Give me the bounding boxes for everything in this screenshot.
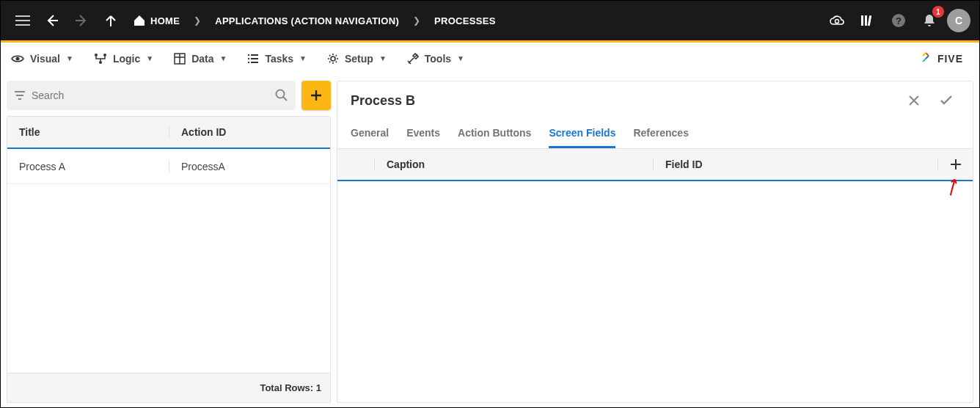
tools-icon	[407, 53, 419, 65]
logo-text: FIVE	[937, 53, 963, 65]
breadcrumb-applications-label: APPLICATIONS (ACTION NAVIGATION)	[215, 15, 399, 26]
brand-logo: FIVE	[918, 51, 969, 66]
logo-icon	[918, 51, 933, 66]
fields-grid-body	[337, 181, 973, 402]
tabs: General Events Action Buttons Screen Fie…	[337, 120, 973, 149]
svg-point-7	[95, 54, 98, 57]
toolbar-tasks-label: Tasks	[265, 53, 293, 65]
page-title: Process B	[351, 93, 415, 109]
col-caption-label: Caption	[387, 159, 425, 170]
help-icon[interactable]: ?	[885, 7, 912, 34]
tab-action-buttons[interactable]: Action Buttons	[458, 127, 531, 148]
search-input[interactable]	[32, 90, 275, 101]
tab-screen-fields[interactable]: Screen Fields	[549, 127, 615, 148]
col-actionid-label: Action ID	[181, 126, 226, 138]
table-icon	[174, 53, 186, 65]
library-icon[interactable]	[855, 7, 881, 34]
toolbar-logic[interactable]: Logic▼	[94, 53, 153, 65]
toolbar-data[interactable]: Data▼	[174, 53, 227, 65]
breadcrumb-applications[interactable]: APPLICATIONS (ACTION NAVIGATION)	[209, 15, 405, 26]
toolbar-data-label: Data	[191, 53, 213, 65]
toolbar-setup-label: Setup	[345, 53, 373, 65]
home-label: HOME	[150, 15, 180, 26]
toolbar-visual-label: Visual	[30, 53, 60, 65]
plus-icon	[310, 89, 323, 102]
breadcrumb-processes[interactable]: PROCESSES	[428, 15, 502, 26]
toolbar-setup[interactable]: Setup▼	[327, 53, 387, 65]
col-actionid[interactable]: Action ID	[169, 126, 330, 138]
add-field-button[interactable]	[950, 159, 962, 170]
close-icon	[908, 95, 920, 106]
forward-icon[interactable]	[68, 7, 95, 34]
grid-footer: Total Rows: 1	[7, 373, 330, 402]
confirm-button[interactable]	[933, 87, 959, 114]
detail-header: Process B	[337, 81, 973, 120]
svg-point-12	[277, 90, 285, 98]
toolbar-logic-label: Logic	[113, 53, 140, 65]
svg-point-8	[103, 54, 106, 57]
col-add	[937, 159, 973, 170]
fields-grid-header: Caption Field ID	[337, 149, 973, 181]
svg-rect-1	[861, 15, 863, 26]
cell-title: Process A	[7, 161, 169, 172]
toolbar-tasks[interactable]: Tasks▼	[247, 53, 307, 65]
chevron-sep-icon: ❯	[408, 15, 425, 26]
notification-icon[interactable]: 1	[916, 7, 943, 34]
topbar: HOME ❯ APPLICATIONS (ACTION NAVIGATION) …	[1, 1, 979, 40]
process-grid: Title Action ID Process A ProcessA Total…	[7, 116, 331, 403]
col-title-label: Title	[19, 126, 40, 138]
check-icon	[940, 95, 953, 106]
tab-general[interactable]: General	[351, 127, 389, 148]
svg-point-0	[835, 20, 839, 23]
search-icon[interactable]	[275, 89, 288, 102]
svg-point-11	[331, 57, 335, 61]
filter-icon[interactable]	[14, 91, 26, 100]
notification-badge: 1	[932, 6, 944, 18]
topbar-right: ? 1 C	[824, 7, 970, 34]
svg-rect-2	[865, 15, 867, 26]
cell-actionid: ProcessA	[169, 161, 330, 172]
chevron-down-icon: ▼	[299, 54, 307, 62]
chevron-down-icon: ▼	[220, 54, 227, 62]
chevron-down-icon: ▼	[379, 54, 387, 62]
left-panel: Title Action ID Process A ProcessA Total…	[7, 81, 331, 403]
svg-point-6	[16, 57, 20, 60]
close-button[interactable]	[901, 87, 927, 114]
toolbar-visual[interactable]: Visual▼	[11, 53, 73, 65]
breadcrumb-processes-label: PROCESSES	[434, 15, 496, 26]
toolbar-tools-label: Tools	[425, 53, 451, 65]
tab-events[interactable]: Events	[406, 127, 440, 148]
add-button[interactable]	[301, 81, 331, 110]
cloud-icon[interactable]	[824, 7, 850, 34]
tab-references[interactable]: References	[633, 127, 689, 148]
breadcrumb-home[interactable]: HOME	[127, 15, 186, 26]
detail-header-actions	[901, 87, 959, 114]
col-title[interactable]: Title	[7, 126, 169, 138]
home-icon	[133, 15, 146, 26]
grid-body: Process A ProcessA	[7, 149, 330, 373]
search-row	[7, 81, 331, 110]
table-row[interactable]: Process A ProcessA	[7, 149, 330, 184]
logic-icon	[94, 53, 107, 65]
up-icon[interactable]	[98, 7, 124, 34]
col-caption[interactable]: Caption	[374, 159, 653, 170]
chevron-down-icon: ▼	[457, 54, 464, 62]
topbar-left: HOME ❯ APPLICATIONS (ACTION NAVIGATION) …	[10, 7, 502, 34]
eye-icon	[11, 54, 24, 63]
chevron-sep-icon: ❯	[189, 15, 206, 26]
svg-point-9	[99, 61, 102, 64]
back-icon[interactable]	[39, 7, 65, 34]
plus-icon	[950, 159, 962, 170]
chevron-down-icon: ▼	[66, 54, 73, 62]
toolbar: Visual▼ Logic▼ Data▼ Tasks▼ Setup▼ Tools…	[1, 43, 979, 75]
search-box	[7, 81, 296, 110]
total-rows-label: Total Rows: 1	[260, 382, 321, 393]
chevron-down-icon: ▼	[146, 54, 153, 62]
grid-header: Title Action ID	[7, 117, 330, 149]
avatar[interactable]: C	[947, 9, 970, 32]
menu-icon[interactable]	[10, 7, 36, 34]
toolbar-tools[interactable]: Tools▼	[407, 53, 464, 65]
col-fieldid[interactable]: Field ID	[653, 159, 937, 170]
right-panel: Process B General Events Action Buttons …	[337, 81, 973, 403]
gear-icon	[327, 53, 339, 65]
